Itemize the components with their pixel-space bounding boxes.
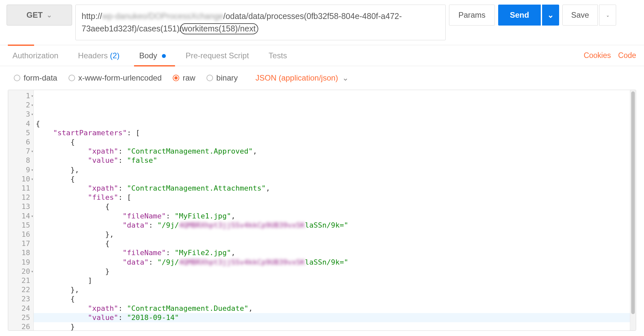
radio-icon: [206, 75, 213, 81]
gutter-line-number: 12: [10, 193, 30, 202]
gutter-line-number: 14▾: [10, 212, 30, 221]
params-label: Params: [459, 10, 486, 20]
gutter-line-number: 11: [10, 184, 30, 193]
body-editor: 1▾2▾3▾4567▾89▾10▾11121314▾151617181920▾2…: [8, 90, 636, 331]
editor-gutter: 1▾2▾3▾4567▾89▾10▾11121314▾151617181920▾2…: [8, 90, 34, 330]
body-type-options: form-data x-www-form-urlencoded raw bina…: [0, 66, 644, 86]
chevron-down-icon: ⌄: [47, 11, 52, 19]
gutter-line-number: 20▾: [10, 267, 30, 276]
tab-prereq-label: Pre-request Script: [185, 51, 249, 60]
url-input[interactable]: http://wp-danukeo/DOProcessXchange/odata…: [75, 5, 446, 40]
content-type-label: JSON (application/json): [255, 73, 338, 83]
chevron-down-icon: ⌄: [547, 10, 554, 20]
request-top-bar: GET ⌄ http://wp-danukeo/DOProcessXchange…: [0, 0, 644, 45]
gutter-line-number: 1▾: [10, 91, 30, 101]
radio-x-www-form-urlencoded[interactable]: x-www-form-urlencoded: [68, 73, 162, 83]
save-label: Save: [571, 10, 589, 20]
tab-headers-count: (2): [110, 51, 119, 60]
gutter-line-number: 13: [10, 202, 30, 211]
cookies-link[interactable]: Cookies: [584, 51, 611, 60]
gutter-line-number: 22: [10, 285, 30, 294]
chevron-down-icon: ⌄: [606, 13, 610, 18]
fold-chevron-icon[interactable]: ▾: [31, 175, 33, 184]
tab-body[interactable]: Body: [137, 45, 168, 66]
gutter-line-number: 8: [10, 156, 30, 165]
radio-xwww-label: x-www-form-urlencoded: [78, 73, 162, 83]
gutter-line-number: 25: [10, 313, 30, 322]
tab-headers-label: Headers: [78, 51, 108, 60]
tab-prerequest-script[interactable]: Pre-request Script: [184, 45, 251, 66]
tab-authorization[interactable]: Authorization: [10, 45, 60, 66]
gutter-line-number: 5: [10, 128, 30, 138]
gutter-line-number: 23: [10, 294, 30, 304]
request-tabs-right-links: Cookies Code: [584, 51, 636, 60]
save-button[interactable]: Save: [562, 5, 598, 26]
radio-binary[interactable]: binary: [206, 73, 238, 83]
send-dropdown-button[interactable]: ⌄: [542, 5, 559, 26]
editor-code-area[interactable]: { "startParameters": [ { "xpath": "Contr…: [34, 90, 630, 330]
gutter-line-number: 16: [10, 230, 30, 239]
fold-chevron-icon[interactable]: ▾: [31, 101, 33, 110]
editor-scrollbar[interactable]: [630, 90, 636, 330]
gutter-line-number: 4: [10, 119, 30, 128]
save-button-group: Save ⌄: [562, 5, 616, 40]
fold-chevron-icon[interactable]: ▾: [31, 91, 33, 101]
chevron-down-icon: ⌄: [342, 73, 349, 83]
gutter-line-number: 26: [10, 322, 30, 331]
gutter-line-number: 24: [10, 304, 30, 313]
send-button[interactable]: Send: [498, 5, 541, 26]
request-tabs-left: Authorization Headers (2) Body Pre-reque…: [8, 45, 289, 66]
url-text-blurred: wp-danukeo/DOProcessXchange: [102, 11, 224, 21]
gutter-line-number: 2▾: [10, 101, 30, 110]
radio-icon: [14, 75, 20, 81]
gutter-line-number: 3▾: [10, 110, 30, 119]
gutter-line-number: 6: [10, 138, 30, 147]
url-text-mid: /odata/data/processes(0fb32f58-804e-480f…: [223, 11, 402, 21]
url-text-line2a: 73aeeb1d323f)/cases(151)/: [82, 24, 182, 33]
radio-icon: [68, 75, 75, 81]
tab-authorization-label: Authorization: [12, 51, 58, 60]
fold-chevron-icon[interactable]: ▾: [31, 165, 33, 175]
gutter-line-number: 19: [10, 258, 30, 267]
radio-raw[interactable]: raw: [173, 73, 195, 83]
gutter-line-number: 10▾: [10, 175, 30, 184]
fold-chevron-icon[interactable]: ▾: [31, 267, 33, 276]
tab-headers[interactable]: Headers (2): [76, 45, 122, 66]
tab-tests-label: Tests: [269, 51, 287, 60]
fold-chevron-icon[interactable]: ▾: [31, 212, 33, 221]
gutter-line-number: 7▾: [10, 147, 30, 156]
gutter-line-number: 18: [10, 248, 30, 257]
content-type-dropdown[interactable]: JSON (application/json) ⌄: [255, 73, 348, 83]
gutter-line-number: 9▾: [10, 165, 30, 175]
gutter-line-number: 17: [10, 239, 30, 248]
code-link[interactable]: Code: [618, 51, 636, 60]
url-text-circled: workitems(158)/next: [180, 23, 258, 34]
fold-chevron-icon[interactable]: ▾: [31, 110, 33, 119]
radio-form-data-label: form-data: [24, 73, 57, 83]
params-button[interactable]: Params: [449, 5, 495, 26]
gutter-line-number: 15: [10, 221, 30, 230]
save-dropdown-button[interactable]: ⌄: [599, 5, 616, 26]
send-button-group: Send ⌄: [498, 5, 559, 40]
modified-dot-icon: [162, 54, 166, 58]
radio-raw-label: raw: [183, 73, 195, 83]
radio-icon: [173, 75, 179, 81]
http-method-label: GET: [27, 10, 43, 20]
radio-binary-label: binary: [216, 73, 238, 83]
fold-chevron-icon[interactable]: ▾: [31, 147, 33, 156]
gutter-line-number: 21: [10, 276, 30, 285]
request-tabs: Authorization Headers (2) Body Pre-reque…: [0, 45, 644, 66]
send-label: Send: [510, 10, 529, 20]
editor-content: { "startParameters": [ { "xpath": "Contr…: [36, 119, 628, 330]
tab-body-label: Body: [139, 51, 157, 60]
tab-tests[interactable]: Tests: [267, 45, 289, 66]
http-method-dropdown[interactable]: GET ⌄: [7, 5, 72, 26]
radio-form-data[interactable]: form-data: [14, 73, 57, 83]
url-text-prefix: http://: [82, 11, 102, 21]
